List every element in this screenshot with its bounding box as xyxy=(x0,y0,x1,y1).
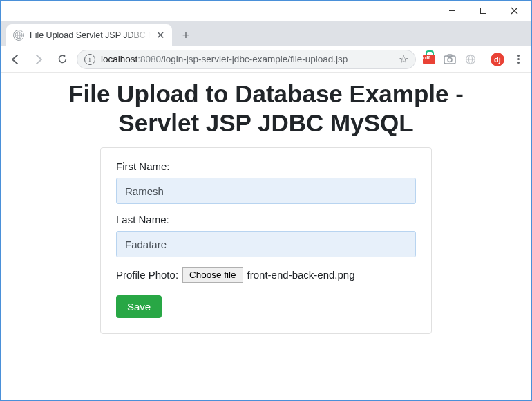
tab-close-button[interactable]: ✕ xyxy=(156,29,165,41)
extension-off-icon[interactable]: off xyxy=(420,50,438,68)
globe-icon xyxy=(13,30,24,41)
page-title: File Upload to Database Example - Servle… xyxy=(59,80,473,138)
site-info-icon[interactable]: i xyxy=(84,54,95,65)
bookmark-star-icon[interactable]: ☆ xyxy=(399,53,408,66)
window-maximize-button[interactable] xyxy=(468,1,499,21)
profile-avatar[interactable]: dj xyxy=(488,50,506,68)
browser-menu-button[interactable] xyxy=(509,55,527,64)
address-bar[interactable]: i localhost:8080/login-jsp-servlet-jdbc-… xyxy=(77,50,416,69)
svg-point-8 xyxy=(448,58,452,62)
avatar-initial: dj xyxy=(491,53,504,66)
url-text: localhost:8080/login-jsp-servlet-jdbc-ex… xyxy=(101,54,393,64)
window-close-button[interactable] xyxy=(499,1,530,21)
last-name-label: Last Name: xyxy=(116,214,416,225)
profile-photo-label: Profile Photo: xyxy=(116,269,178,281)
url-host: localhost xyxy=(101,54,137,64)
url-path: /login-jsp-servlet-jdbc-example/file-upl… xyxy=(161,54,348,64)
first-name-input[interactable] xyxy=(116,178,416,204)
url-port: :8080 xyxy=(137,54,161,64)
back-button[interactable] xyxy=(5,49,26,70)
tab-title: File Upload Servlet JSP JDBC MySQL xyxy=(30,30,151,40)
choose-file-button[interactable]: Choose file xyxy=(182,267,243,283)
first-name-row: First Name: xyxy=(116,160,416,204)
forward-button[interactable] xyxy=(28,49,49,70)
window-minimize-button[interactable] xyxy=(437,1,468,21)
last-name-row: Last Name: xyxy=(116,214,416,257)
new-tab-button[interactable]: + xyxy=(176,26,196,45)
window-titlebar xyxy=(1,1,531,21)
form-card: First Name: Last Name: Profile Photo: Ch… xyxy=(100,147,432,334)
browser-tab[interactable]: File Upload Servlet JSP JDBC MySQL ✕ xyxy=(6,24,172,46)
browser-toolbar: i localhost:8080/login-jsp-servlet-jdbc-… xyxy=(1,46,531,73)
profile-photo-row: Profile Photo: Choose file front-end-bac… xyxy=(116,267,416,283)
toolbar-separator xyxy=(484,53,484,66)
chosen-file-name: front-end-back-end.png xyxy=(247,269,355,281)
page-content: File Upload to Database Example - Servle… xyxy=(1,73,531,400)
reload-button[interactable] xyxy=(52,49,73,70)
extension-globe-icon[interactable] xyxy=(462,50,479,68)
svg-rect-1 xyxy=(481,8,486,14)
extension-off-badge: off xyxy=(423,55,435,64)
last-name-input[interactable] xyxy=(116,231,416,257)
save-button[interactable]: Save xyxy=(116,295,162,318)
first-name-label: First Name: xyxy=(116,160,416,172)
tab-strip: File Upload Servlet JSP JDBC MySQL ✕ + xyxy=(1,21,531,46)
camera-icon[interactable] xyxy=(441,50,459,68)
